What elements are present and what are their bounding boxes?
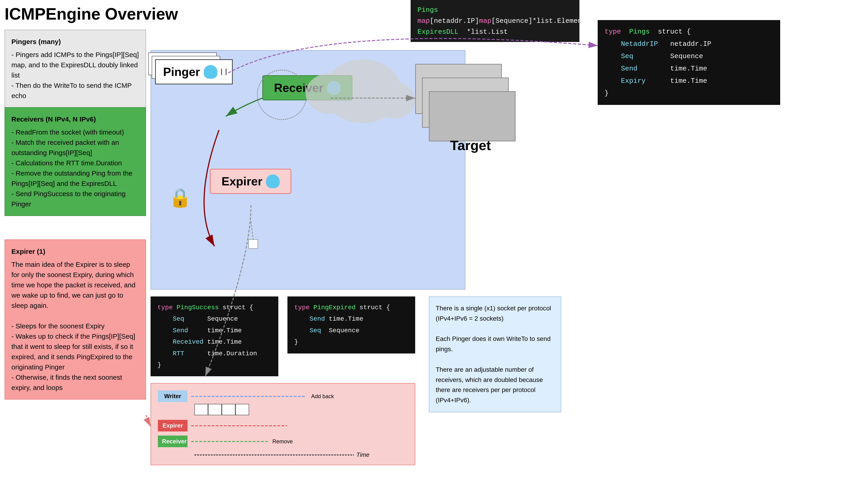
pingers-content: - Pingers add ICMPs to the Pings[IP][Seq… <box>11 50 139 101</box>
page-title: ICMPEngine Overview <box>5 5 178 23</box>
expirer-gopher-icon <box>266 174 280 188</box>
target-label: Target <box>450 137 491 153</box>
lock-icon: 🔒 <box>169 187 192 208</box>
pingers-title: Pingers (many) <box>11 36 139 47</box>
dll-add-back-label: Add back <box>311 393 334 399</box>
target-area: Target <box>415 64 511 192</box>
dll-cell-2 <box>208 404 222 415</box>
pinger-sq2 <box>226 69 226 75</box>
receivers-title: Receivers (N IPv4, N IPv6) <box>11 114 139 124</box>
panel-receivers: Receivers (N IPv4, N IPv6) - ReadFrom th… <box>5 107 146 216</box>
dll-cell-1 <box>194 404 208 415</box>
pinger-sq1 <box>221 69 222 75</box>
dll-writer-row: Writer Add back <box>158 390 408 402</box>
pinger-stack: Pinger Pinger <box>155 59 233 85</box>
struct-keyword: struct { <box>658 28 691 36</box>
expirer-content: The main idea of the Expirer is to sleep… <box>11 259 139 393</box>
type-keyword: type <box>604 28 621 36</box>
dotted-circle <box>257 70 307 120</box>
dll-receiver-label: Receiver <box>158 436 187 447</box>
dll-time-label: Time <box>356 451 370 458</box>
pings-struct-name: Pings <box>629 28 650 36</box>
type-pings-struct: type Pings struct { NetaddrIP netaddr.IP… <box>598 20 780 105</box>
dll-cell-4 <box>236 404 249 415</box>
expirer-label: Expirer <box>221 174 262 188</box>
panel-expirer: Expirer (1) The main idea of the Expirer… <box>5 239 146 399</box>
dll-expirer-label: Expirer <box>158 420 187 431</box>
pinger-main-box: Pinger <box>155 59 233 85</box>
expirer-box: Expirer <box>210 169 291 194</box>
dll-diagram: Writer Add back Expirer Receiver Remove <box>151 383 415 465</box>
info-box: There is a single (x1) socket per protoc… <box>429 296 561 412</box>
target-box-front: Target <box>429 91 516 141</box>
dll-expirer-row: Expirer <box>158 420 408 431</box>
code-block-pings-dll: Pings map[netaddr.IP]map[Sequence]*list.… <box>411 0 580 42</box>
dll-writer-label: Writer <box>158 390 187 402</box>
cloud-shape <box>324 59 402 123</box>
dll-cell-3 <box>222 404 236 415</box>
info-text: There is a single (x1) socket per protoc… <box>436 303 554 406</box>
expirer-title: Expirer (1) <box>11 246 139 257</box>
panel-pingers: Pingers (many) - Pingers add ICMPs to th… <box>5 30 146 108</box>
dll-remove-label: Remove <box>272 438 293 445</box>
pinger-label: Pinger <box>163 65 200 79</box>
receivers-content: - ReadFrom the socket (with timeout) - M… <box>11 127 139 209</box>
ping-expired-struct: type PingExpired struct { Send time.Time… <box>287 296 415 353</box>
dll-receiver-row: Receiver Remove <box>158 436 408 447</box>
ping-success-struct: type PingSuccess struct { Seq Sequence S… <box>151 296 278 376</box>
gopher-icon <box>204 65 217 79</box>
